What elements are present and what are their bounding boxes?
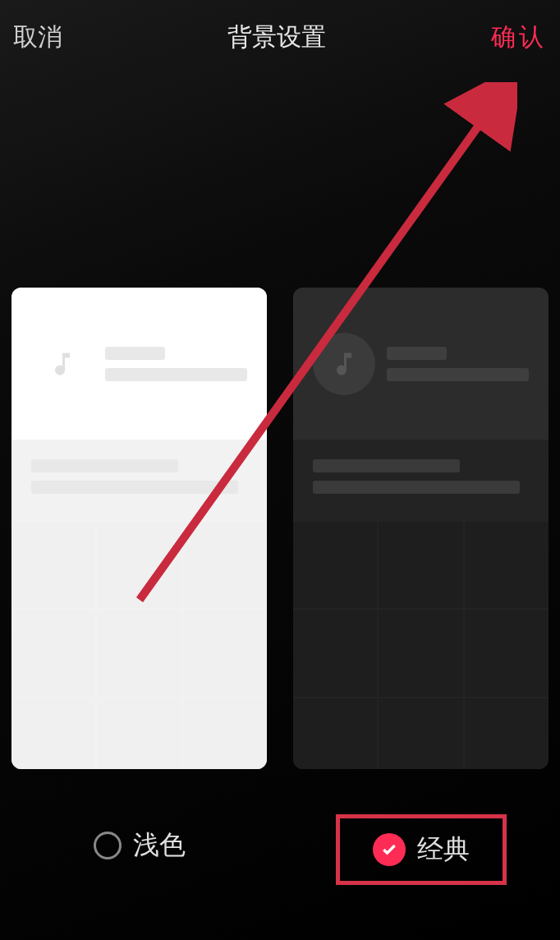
confirm-button[interactable]: 确认	[491, 21, 547, 54]
radio-unchecked-icon	[94, 832, 122, 859]
preview-content	[11, 440, 267, 522]
preview-grid	[11, 522, 267, 769]
radio-checked-icon	[373, 833, 406, 866]
preview-lines	[387, 347, 529, 381]
header: 取消 背景设置 确认	[0, 0, 560, 74]
preview-lines	[105, 347, 247, 381]
theme-preview-dark	[293, 288, 549, 769]
theme-dark-label: 经典	[417, 832, 470, 868]
preview-header	[11, 288, 267, 440]
page-title: 背景设置	[227, 21, 326, 54]
theme-preview-light	[11, 288, 267, 769]
themes-container: 浅色	[0, 288, 560, 885]
theme-light-selector[interactable]: 浅色	[61, 814, 218, 877]
music-note-icon	[313, 333, 375, 395]
preview-grid	[293, 522, 549, 769]
preview-header	[293, 288, 549, 440]
preview-content	[293, 440, 549, 522]
theme-option-dark[interactable]: 经典	[293, 288, 549, 885]
theme-dark-selector[interactable]: 经典	[336, 814, 507, 885]
cancel-button[interactable]: 取消	[13, 21, 62, 54]
theme-option-light[interactable]: 浅色	[11, 288, 267, 885]
theme-light-label: 浅色	[133, 827, 186, 864]
music-note-icon	[31, 333, 94, 395]
